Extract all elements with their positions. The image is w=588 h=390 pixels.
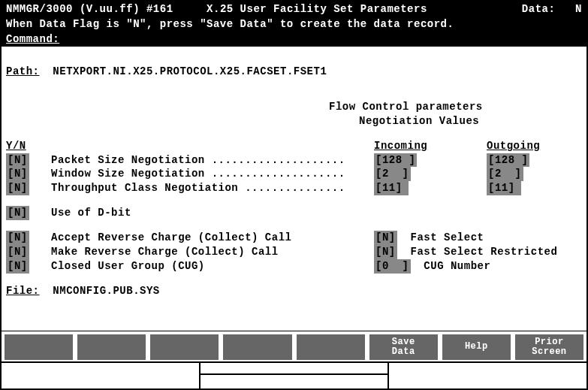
fkey-save-data[interactable]: Save Data [369, 334, 438, 360]
packet-size-yn[interactable]: [N] [6, 153, 29, 168]
dbit-yn[interactable]: [N] [6, 206, 29, 220]
fast-select-yn[interactable]: [N] [374, 231, 397, 245]
flow-control-heading: Flow Control parameters [329, 100, 483, 114]
app-name: NMMGR/3000 (V.uu.ff) #161 [6, 3, 173, 15]
fkey-3[interactable] [150, 334, 219, 360]
row-throughput: [N] Throughput Class Negotiation .......… [6, 181, 582, 195]
function-key-row: Save Data Help Prior Screen [2, 331, 586, 361]
throughput-outgoing[interactable]: [11] [487, 181, 521, 195]
packet-size-label: Packet Size Negotiation [51, 154, 205, 166]
negotiation-heading: Negotiation Values [359, 114, 479, 128]
make-reverse-yn[interactable]: [N] [6, 245, 29, 259]
col-header-incoming: Incoming [374, 139, 487, 153]
throughput-incoming[interactable]: [11] [374, 181, 409, 195]
fkey-prior-screen[interactable]: Prior Screen [515, 334, 583, 360]
cug-label: Closed User Group (CUG) [51, 259, 374, 274]
row-cug: [N] Closed User Group (CUG) [0 ] CUG Num… [6, 259, 582, 274]
row-packet-size: [N] Packet Size Negotiation ............… [6, 153, 582, 168]
fast-select-restricted-label: Fast Select Restricted [411, 246, 558, 258]
col-header-yn: Y/N [6, 139, 51, 153]
data-flag-label: Data: [522, 3, 556, 15]
window-size-outgoing[interactable]: [2 ] [487, 167, 523, 181]
cug-yn[interactable]: [N] [6, 259, 29, 274]
data-flag-value: N [575, 3, 582, 15]
content-area: Path: NETXPORT.NI.X25.PROTOCOL.X25.FACSE… [2, 47, 586, 331]
fkey-5[interactable] [297, 334, 365, 360]
row-dbit: [N] Use of D-bit [6, 206, 582, 220]
row-accept-reverse: [N] Accept Reverse Charge (Collect) Call… [6, 231, 582, 245]
fkey-1[interactable] [5, 334, 73, 360]
fkey-2[interactable] [77, 334, 146, 360]
bottom-frame [2, 361, 586, 388]
path-value: NETXPORT.NI.X25.PROTOCOL.X25.FACSET.FSET… [53, 65, 327, 79]
file-label: File: [6, 284, 40, 298]
throughput-yn[interactable]: [N] [6, 181, 29, 195]
packet-size-incoming[interactable]: [128 ] [374, 153, 417, 168]
col-header-outgoing: Outgoing [487, 139, 577, 153]
file-value: NMCONFIG.PUB.SYS [53, 284, 159, 298]
packet-size-outgoing[interactable]: [128 ] [487, 153, 529, 168]
command-bar[interactable]: Command: [2, 32, 586, 47]
throughput-label: Throughput Class Negotiation [51, 182, 238, 194]
window-size-yn[interactable]: [N] [6, 167, 29, 181]
info-line: When Data Flag is "N", press "Save Data"… [2, 17, 586, 32]
screen-title: X.25 User Facility Set Parameters [207, 3, 427, 15]
cug-number[interactable]: [0 ] [374, 259, 411, 274]
fkey-4[interactable] [223, 334, 291, 360]
cug-number-label: CUG Number [424, 260, 490, 272]
accept-reverse-label: Accept Reverse Charge (Collect) Call [51, 231, 374, 245]
make-reverse-label: Make Reverse Charge (Collect) Call [51, 245, 374, 259]
title-bar: NMMGR/3000 (V.uu.ff) #161 X.25 User Faci… [2, 2, 586, 17]
row-make-reverse: [N] Make Reverse Charge (Collect) Call [… [6, 245, 582, 259]
command-label: Command: [6, 33, 59, 45]
window-size-label: Window Size Negotiation [51, 168, 205, 180]
window-size-incoming[interactable]: [2 ] [374, 167, 411, 181]
row-window-size: [N] Window Size Negotiation ............… [6, 167, 582, 181]
fast-select-restricted-yn[interactable]: [N] [374, 245, 397, 259]
terminal-screen: NMMGR/3000 (V.uu.ff) #161 X.25 User Faci… [0, 0, 588, 390]
accept-reverse-yn[interactable]: [N] [6, 231, 29, 245]
dbit-label: Use of D-bit [51, 206, 131, 220]
path-label: Path: [6, 65, 40, 79]
fkey-help[interactable]: Help [442, 334, 511, 360]
fast-select-label: Fast Select [411, 231, 484, 243]
